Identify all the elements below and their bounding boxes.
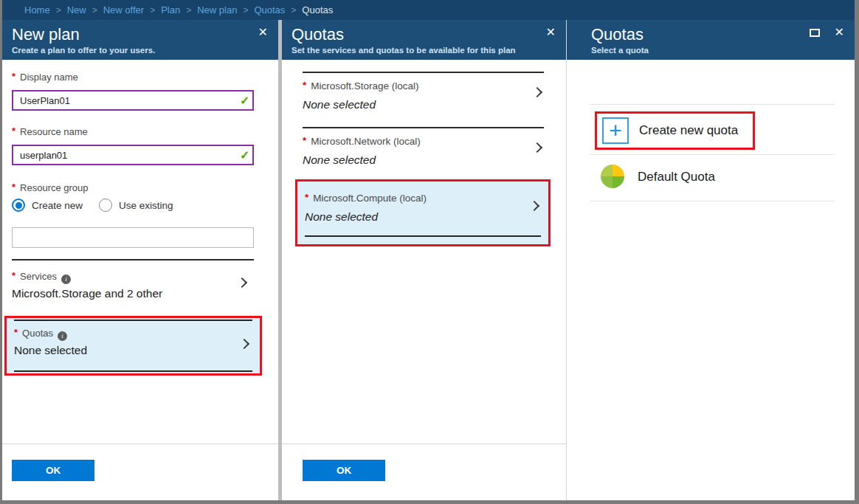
required-marker: * bbox=[303, 80, 306, 91]
breadcrumb-item-new-offer[interactable]: New offer bbox=[103, 4, 144, 15]
compute-row-highlighted[interactable]: * Microsoft.Compute (local) None selecte… bbox=[295, 179, 551, 246]
network-row-value[interactable]: None selected bbox=[303, 153, 376, 167]
breadcrumb-separator: > bbox=[243, 5, 248, 15]
breadcrumb-separator: > bbox=[150, 5, 155, 15]
resource-group-radio-group: Create new Use existing bbox=[12, 199, 173, 212]
row-divider bbox=[305, 235, 541, 237]
resource-group-label: * Resource group bbox=[12, 182, 89, 193]
breadcrumb-item-new-plan[interactable]: New plan bbox=[197, 4, 237, 15]
chevron-right-icon[interactable] bbox=[239, 339, 249, 349]
create-new-radio-label[interactable]: Create new bbox=[32, 200, 83, 211]
quotas-services-blade-body: * Microsoft.Storage (local) None selecte… bbox=[282, 60, 566, 500]
breadcrumb-item-quotas[interactable]: Quotas bbox=[254, 4, 285, 15]
breadcrumb-item-home[interactable]: Home bbox=[24, 4, 50, 15]
list-divider bbox=[590, 154, 835, 155]
create-new-quota-label: Create new quota bbox=[639, 123, 738, 138]
new-plan-blade-header: New plan Create a plan to offer to your … bbox=[2, 20, 278, 60]
required-marker: * bbox=[14, 327, 18, 338]
display-name-input[interactable] bbox=[12, 90, 254, 111]
new-resource-group-input[interactable] bbox=[12, 227, 254, 248]
chevron-right-icon[interactable] bbox=[532, 87, 542, 97]
required-marker: * bbox=[12, 125, 15, 137]
compute-row-label: * Microsoft.Compute (local) bbox=[305, 193, 427, 204]
required-marker: * bbox=[12, 182, 15, 193]
section-divider bbox=[12, 259, 254, 260]
breadcrumb-separator: > bbox=[291, 5, 296, 15]
quotas-services-blade-header: Quotas Set the services and quotas to be… bbox=[282, 20, 566, 60]
required-marker: * bbox=[303, 135, 306, 146]
row-divider bbox=[303, 72, 544, 73]
breadcrumb-item-new[interactable]: New bbox=[67, 4, 86, 15]
footer-divider bbox=[282, 443, 566, 444]
row-divider bbox=[303, 127, 544, 128]
quotas-services-blade: Quotas Set the services and quotas to be… bbox=[282, 20, 566, 500]
use-existing-radio-label[interactable]: Use existing bbox=[119, 200, 173, 211]
breadcrumb-bar: Home > New > New offer > Plan > New plan… bbox=[2, 0, 855, 20]
required-marker: * bbox=[12, 270, 15, 281]
window-border bbox=[0, 500, 859, 504]
footer-divider bbox=[2, 443, 278, 444]
display-name-label: * Display name bbox=[12, 72, 78, 83]
resource-name-input[interactable] bbox=[12, 145, 254, 165]
quotas-value: None selected bbox=[14, 344, 87, 357]
blade-title: New plan bbox=[12, 25, 278, 44]
breadcrumb-item-plan[interactable]: Plan bbox=[161, 4, 180, 15]
default-quota-label: Default Quota bbox=[638, 170, 715, 184]
resource-name-label: * Resource name bbox=[12, 126, 88, 137]
quotas-picker-highlighted[interactable]: * Quotas None selected bbox=[4, 316, 262, 376]
ok-button[interactable]: OK bbox=[303, 460, 385, 481]
ok-button[interactable]: OK bbox=[12, 460, 94, 481]
breadcrumb-separator: > bbox=[92, 5, 97, 15]
chevron-right-icon[interactable] bbox=[237, 277, 247, 288]
window-border bbox=[855, 0, 859, 504]
services-label: * Services bbox=[12, 271, 71, 283]
use-existing-radio[interactable] bbox=[99, 199, 112, 212]
create-new-quota-highlighted[interactable]: + Create new quota bbox=[595, 111, 755, 150]
valid-check-icon: ✓ bbox=[240, 148, 249, 162]
select-quota-blade-header: Quotas Select a quota ✕ bbox=[567, 20, 855, 60]
blade-title: Quotas bbox=[291, 25, 566, 44]
create-new-radio[interactable] bbox=[12, 199, 25, 212]
azure-stack-portal-window: Home > New > New offer > Plan > New plan… bbox=[0, 0, 859, 504]
network-row-label: * Microsoft.Network (local) bbox=[303, 136, 421, 147]
blade-subtitle: Set the services and quotas to be availa… bbox=[291, 46, 566, 55]
required-marker: * bbox=[12, 71, 15, 82]
maximize-icon[interactable] bbox=[810, 29, 820, 37]
blade-subtitle: Select a quota bbox=[591, 46, 855, 55]
close-icon[interactable]: ✕ bbox=[546, 27, 556, 38]
new-plan-blade-body: * Display name ✓ * Resource name ✓ * Res… bbox=[2, 60, 278, 500]
info-icon[interactable] bbox=[61, 275, 71, 284]
new-plan-blade: New plan Create a plan to offer to your … bbox=[2, 20, 278, 500]
required-marker: * bbox=[305, 192, 308, 203]
select-quota-blade: Quotas Select a quota ✕ + Create new quo… bbox=[566, 20, 855, 500]
window-border bbox=[0, 0, 2, 504]
breadcrumb-item-current: Quotas bbox=[302, 4, 333, 15]
storage-row-value[interactable]: None selected bbox=[303, 98, 376, 111]
compute-row-value: None selected bbox=[305, 210, 378, 224]
quotas-label: * Quotas bbox=[14, 328, 67, 339]
blade-subtitle: Create a plan to offer to your users. bbox=[12, 46, 278, 55]
close-icon[interactable]: ✕ bbox=[258, 27, 268, 38]
breadcrumb-separator: > bbox=[186, 5, 191, 15]
list-divider bbox=[590, 104, 835, 105]
chevron-right-icon[interactable] bbox=[532, 142, 542, 153]
close-icon[interactable]: ✕ bbox=[835, 27, 844, 38]
valid-check-icon: ✓ bbox=[240, 94, 249, 108]
storage-row-label: * Microsoft.Storage (local) bbox=[303, 80, 419, 92]
breadcrumb-separator: > bbox=[56, 5, 61, 15]
chevron-right-icon[interactable] bbox=[529, 201, 539, 211]
list-divider bbox=[590, 201, 835, 201]
row-divider bbox=[14, 320, 252, 321]
plus-icon: + bbox=[602, 117, 629, 144]
info-icon[interactable] bbox=[58, 331, 67, 341]
select-quota-blade-body: + Create new quota Default Quota bbox=[567, 60, 855, 500]
quota-pie-icon bbox=[601, 165, 624, 188]
row-divider bbox=[14, 370, 252, 372]
services-value[interactable]: Microsoft.Storage and 2 other bbox=[12, 287, 162, 300]
